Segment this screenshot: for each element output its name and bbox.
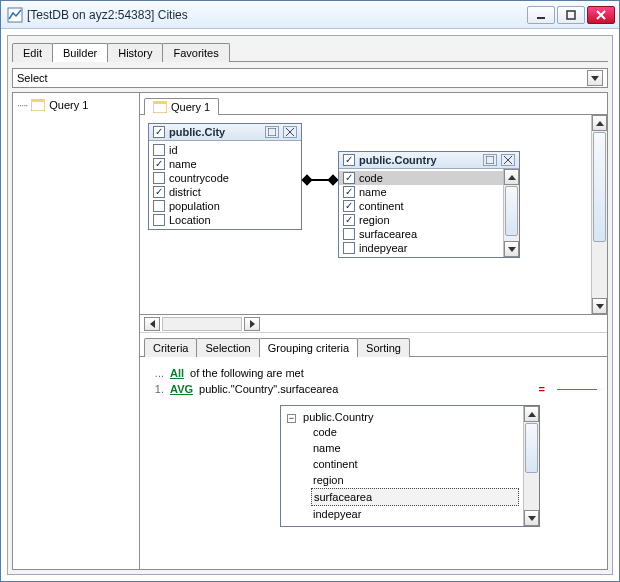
table-column-row[interactable]: continent bbox=[343, 199, 501, 213]
table-column-row[interactable]: surfacearea bbox=[343, 227, 501, 241]
canvas-hscrollbar[interactable] bbox=[140, 315, 607, 333]
table-country-checkall[interactable] bbox=[343, 154, 355, 166]
table-column-row[interactable]: indepyear bbox=[343, 241, 501, 255]
tree-item[interactable]: code bbox=[311, 424, 519, 440]
table-column-row[interactable]: name bbox=[153, 157, 297, 171]
tree-root-label: public.Country bbox=[303, 411, 373, 423]
table-city-checkall[interactable] bbox=[153, 126, 165, 138]
tab-selection[interactable]: Selection bbox=[196, 338, 259, 357]
scroll-thumb[interactable] bbox=[525, 423, 538, 473]
column-label: surfacearea bbox=[359, 228, 417, 240]
table-column-row[interactable]: region bbox=[343, 213, 501, 227]
scroll-thumb[interactable] bbox=[593, 132, 606, 242]
table-city-title: public.City bbox=[169, 126, 261, 138]
titlebar: [TestDB on ayz2:54383] Cities bbox=[1, 1, 619, 29]
tree-item[interactable]: indepyear bbox=[311, 506, 519, 522]
table-maximize-icon[interactable] bbox=[265, 126, 279, 138]
column-checkbox[interactable] bbox=[153, 144, 165, 156]
criteria-operator[interactable]: = bbox=[539, 383, 545, 395]
query-icon bbox=[153, 101, 167, 113]
table-close-icon[interactable] bbox=[283, 126, 297, 138]
table-column-row[interactable]: Location bbox=[153, 213, 297, 227]
column-label: name bbox=[169, 158, 197, 170]
criteria-all-keyword[interactable]: All bbox=[170, 367, 184, 379]
scroll-down-icon[interactable] bbox=[504, 241, 519, 257]
tab-grouping-criteria[interactable]: Grouping criteria bbox=[259, 338, 358, 357]
column-label: code bbox=[359, 172, 383, 184]
table-column-row[interactable]: id bbox=[153, 143, 297, 157]
query-tree-label: Query 1 bbox=[49, 99, 88, 111]
table-column-row[interactable]: district bbox=[153, 185, 297, 199]
column-label: name bbox=[359, 186, 387, 198]
column-checkbox[interactable] bbox=[343, 200, 355, 212]
column-checkbox[interactable] bbox=[343, 214, 355, 226]
scroll-down-icon[interactable] bbox=[592, 298, 607, 314]
window-title: [TestDB on ayz2:54383] Cities bbox=[27, 8, 527, 22]
column-checkbox[interactable] bbox=[343, 242, 355, 254]
scroll-thumb[interactable] bbox=[505, 186, 518, 236]
column-checkbox[interactable] bbox=[153, 158, 165, 170]
column-checkbox[interactable] bbox=[153, 172, 165, 184]
tab-edit[interactable]: Edit bbox=[12, 43, 53, 62]
scroll-right-icon[interactable] bbox=[244, 317, 260, 331]
diagram-canvas[interactable]: public.City idnamecountrycodedistrictpop… bbox=[140, 115, 607, 315]
criteria-value-slot[interactable] bbox=[557, 389, 597, 390]
scroll-track[interactable] bbox=[162, 317, 242, 331]
scroll-up-icon[interactable] bbox=[524, 406, 539, 422]
criteria-expression[interactable]: public."Country".surfacearea bbox=[199, 383, 338, 395]
tab-history[interactable]: History bbox=[107, 43, 163, 62]
column-checkbox[interactable] bbox=[343, 172, 355, 184]
table-country-header[interactable]: public.Country bbox=[339, 152, 519, 169]
query-tree-item[interactable]: ····· Query 1 bbox=[17, 97, 135, 113]
scroll-up-icon[interactable] bbox=[504, 169, 519, 185]
select-dropdown-button[interactable] bbox=[587, 70, 603, 86]
table-maximize-icon[interactable] bbox=[483, 154, 497, 166]
column-checkbox[interactable] bbox=[153, 200, 165, 212]
top-tabstrip: Edit Builder History Favorites bbox=[12, 40, 608, 62]
column-label: indepyear bbox=[359, 242, 407, 254]
tree-item[interactable]: region bbox=[311, 472, 519, 488]
column-checkbox[interactable] bbox=[153, 214, 165, 226]
column-picker-popup: − public.Country codenamecontinentregion… bbox=[280, 405, 540, 527]
table-city-header[interactable]: public.City bbox=[149, 124, 301, 141]
close-button[interactable] bbox=[587, 6, 615, 24]
tree-item[interactable]: name bbox=[311, 440, 519, 456]
column-checkbox[interactable] bbox=[343, 228, 355, 240]
criteria-all-text: of the following are met bbox=[190, 367, 304, 379]
popup-scrollbar[interactable] bbox=[523, 406, 539, 526]
tab-favorites[interactable]: Favorites bbox=[162, 43, 229, 62]
tree-collapse-icon[interactable]: − bbox=[287, 414, 296, 423]
scroll-down-icon[interactable] bbox=[524, 510, 539, 526]
select-combobox[interactable]: Select bbox=[12, 68, 608, 88]
scroll-left-icon[interactable] bbox=[144, 317, 160, 331]
join-connector[interactable] bbox=[301, 175, 339, 185]
table-column-row[interactable]: code bbox=[339, 171, 505, 185]
table-country[interactable]: public.Country codenamecontinentregionsu… bbox=[338, 151, 520, 258]
tree-root[interactable]: − public.Country bbox=[287, 410, 519, 424]
table-close-icon[interactable] bbox=[501, 154, 515, 166]
select-value: Select bbox=[17, 72, 48, 84]
design-tab[interactable]: Query 1 bbox=[144, 98, 219, 115]
criteria-aggregate[interactable]: AVG bbox=[170, 383, 193, 395]
tab-sorting[interactable]: Sorting bbox=[357, 338, 410, 357]
column-label: region bbox=[359, 214, 390, 226]
minimize-button[interactable] bbox=[527, 6, 555, 24]
criteria-ellipsis[interactable]: ... bbox=[150, 367, 164, 379]
table-column-row[interactable]: population bbox=[153, 199, 297, 213]
column-checkbox[interactable] bbox=[343, 186, 355, 198]
scroll-up-icon[interactable] bbox=[592, 115, 607, 131]
table-city[interactable]: public.City idnamecountrycodedistrictpop… bbox=[148, 123, 302, 230]
maximize-button[interactable] bbox=[557, 6, 585, 24]
tab-criteria[interactable]: Criteria bbox=[144, 338, 197, 357]
design-tab-label: Query 1 bbox=[171, 101, 210, 113]
canvas-vscrollbar[interactable] bbox=[591, 115, 607, 314]
table-country-scrollbar[interactable] bbox=[503, 169, 519, 257]
table-column-row[interactable]: name bbox=[343, 185, 501, 199]
query-tree-pane: ····· Query 1 bbox=[12, 92, 140, 570]
table-column-row[interactable]: countrycode bbox=[153, 171, 297, 185]
tree-item[interactable]: surfacearea bbox=[311, 488, 519, 506]
app-window: [TestDB on ayz2:54383] Cities Edit Build… bbox=[0, 0, 620, 582]
tree-item[interactable]: continent bbox=[311, 456, 519, 472]
column-checkbox[interactable] bbox=[153, 186, 165, 198]
tab-builder[interactable]: Builder bbox=[52, 43, 108, 62]
